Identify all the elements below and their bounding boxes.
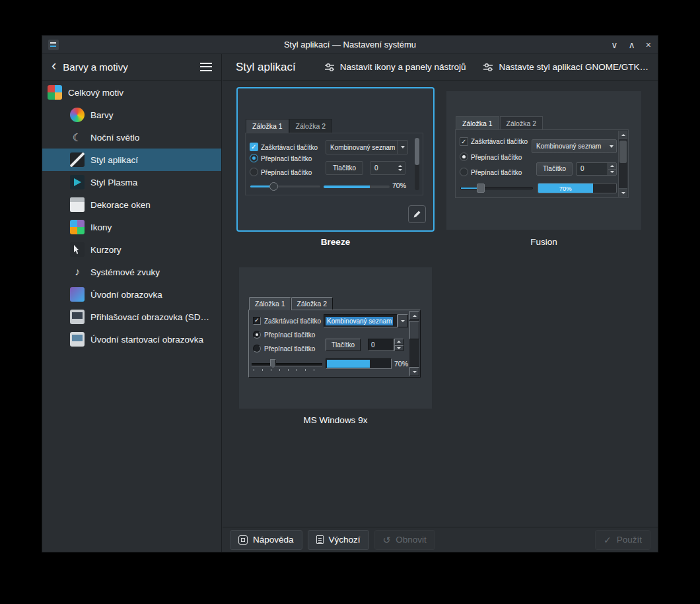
cursors-icon xyxy=(70,242,85,257)
reset-button-label: Obnovit xyxy=(396,535,427,545)
style-name-breeze: Breeze xyxy=(236,237,435,247)
sidebar-header: ‹ Barvy a motivy xyxy=(42,54,221,81)
style-name-fusion: Fusion xyxy=(446,237,641,247)
scroll-up-icon xyxy=(409,311,419,320)
preview-combobox-value: Kombinovaný seznam xyxy=(532,143,607,150)
window-decorations-icon xyxy=(70,197,85,212)
sidebar-item-cursors[interactable]: Kurzory xyxy=(42,238,221,261)
sidebar-item-label: Ikony xyxy=(90,222,112,232)
preview-tab-1: Záložka 1 xyxy=(246,119,289,133)
sidebar-list: Celkový motiv Barvy Noční světlo Styl ap… xyxy=(42,81,221,351)
global-theme-icon xyxy=(48,85,62,100)
sidebar-item-window-decorations[interactable]: Dekorace oken xyxy=(42,193,221,216)
preview-slider xyxy=(252,359,322,371)
main-header: Styl aplikací Nastavit ikony a panely ná… xyxy=(223,54,658,81)
sidebar-item-label: Barvy xyxy=(90,110,114,120)
sidebar-item-night-light[interactable]: Noční světlo xyxy=(42,126,221,149)
preview-scrollbar xyxy=(409,311,419,376)
sidebar-item-label: Systémové zvuky xyxy=(90,267,160,277)
preview-progressbar xyxy=(326,358,392,369)
slider-handle xyxy=(269,182,278,191)
minimize-icon[interactable]: ∨ xyxy=(611,40,617,50)
style-preview-fusion[interactable]: Záložka 1 Záložka 2 Zaškrtávací tlačítko… xyxy=(446,91,641,230)
preview-tab-1: Záložka 1 xyxy=(456,116,499,129)
pencil-icon xyxy=(413,210,421,218)
sidebar-item-application-style[interactable]: Styl aplikací xyxy=(42,149,221,171)
sidebar-item-label: Úvodní obrazovka xyxy=(90,290,162,300)
colors-icon xyxy=(70,108,85,122)
preview-tab-2: Záložka 2 xyxy=(500,116,543,129)
preview-radio2-label: Přepínací tlačítko xyxy=(264,345,315,352)
sidebar-item-login-screen[interactable]: Přihlašovací obrazovka (SD… xyxy=(42,306,221,328)
sidebar-item-colors[interactable]: Barvy xyxy=(42,104,221,126)
preview-spinbox-value: 0 xyxy=(370,164,396,172)
preview-combobox-value: Kombinovaný seznam xyxy=(326,144,397,151)
preview-button: Tlačítko xyxy=(326,161,363,175)
slider-handle xyxy=(270,359,276,368)
sidebar-item-label: Dekorace oken xyxy=(90,200,151,210)
close-icon[interactable]: × xyxy=(646,40,651,50)
preview-spinbox: 0 xyxy=(576,162,617,176)
preview-radio-off xyxy=(253,345,261,352)
system-settings-window: Styl aplikací — Nastavení systému ∨ ∧ × … xyxy=(42,36,658,552)
help-icon xyxy=(238,535,248,545)
spin-arrows-icon xyxy=(396,162,405,174)
night-light-icon xyxy=(70,130,85,145)
titlebar[interactable]: Styl aplikací — Nastavení systému ∨ ∧ × xyxy=(42,36,658,54)
configure-gnome-gtk-style-button[interactable]: Nastavte styl aplikací GNOME/GTK… xyxy=(483,62,648,73)
plasma-style-icon xyxy=(70,175,85,189)
preview-radio-on xyxy=(250,154,258,162)
sidebar-item-label: Styl Plasma xyxy=(90,178,137,187)
preview-combobox: Kombinovaný seznam xyxy=(324,314,408,327)
preview-tabbar: Záložka 1 Záložka 2 xyxy=(456,116,543,129)
sidebar-item-boot-splash[interactable]: Úvodní startovací obrazovka xyxy=(42,328,221,351)
style-name-ms-windows-9x: MS Windows 9x xyxy=(239,415,432,425)
boot-splash-icon xyxy=(70,332,85,347)
reset-button[interactable]: ↺ Obnovit xyxy=(374,530,435,550)
document-icon xyxy=(316,535,324,544)
preview-spinbox-value: 0 xyxy=(368,339,394,351)
sidebar-item-system-sounds[interactable]: Systémové zvuky xyxy=(42,261,221,283)
toolbar-button-label: Nastavte styl aplikací GNOME/GTK… xyxy=(499,62,648,72)
scrollbar-handle xyxy=(409,321,419,339)
maximize-icon[interactable]: ∧ xyxy=(629,40,635,50)
preview-radio1-label: Přepínací tlačítko xyxy=(261,155,312,162)
preview-checkbox xyxy=(250,143,258,151)
back-icon[interactable]: ‹ xyxy=(52,59,56,73)
reset-icon: ↺ xyxy=(383,535,391,545)
preview-checkbox xyxy=(253,317,261,325)
preview-radio-on xyxy=(253,331,261,339)
preview-slider xyxy=(460,187,533,189)
checkmark-icon: ✓ xyxy=(604,535,612,545)
apply-button-label: Použít xyxy=(617,535,642,545)
sidebar-item-splash-screen[interactable]: Úvodní obrazovka xyxy=(42,283,221,306)
sidebar-item-plasma-style[interactable]: Styl Plasma xyxy=(42,171,221,193)
preview-progressbar: 70% xyxy=(538,183,617,193)
defaults-button[interactable]: Výchozí xyxy=(308,530,369,550)
preview-scrollbar xyxy=(415,138,419,190)
sidebar-item-icons[interactable]: Ikony xyxy=(42,216,221,238)
edit-style-button[interactable] xyxy=(408,205,426,223)
preview-tab-2: Záložka 2 xyxy=(289,119,333,133)
style-preview-ms-windows-9x[interactable]: Záložka 1 Záložka 2 Zaškrtávací tlačítko… xyxy=(239,267,432,409)
sidebar-item-global-theme[interactable]: Celkový motiv xyxy=(42,81,221,104)
preview-radio-off xyxy=(460,168,468,176)
scrollbar-handle xyxy=(415,138,419,165)
menu-icon[interactable] xyxy=(200,63,212,71)
sidebar-item-label: Styl aplikací xyxy=(90,155,138,165)
sidebar-title: Barvy a motivy xyxy=(63,61,193,73)
preview-checkbox-label: Zaškrtávací tlačítko xyxy=(261,144,318,151)
chevron-down-icon xyxy=(607,145,616,148)
configure-icons-toolbars-button[interactable]: Nastavit ikony a panely nástrojů xyxy=(324,62,466,73)
help-button[interactable]: Nápověda xyxy=(230,530,302,550)
scrollbar-handle xyxy=(619,141,627,163)
preview-frame: Zaškrtávací tlačítko Kombinovaný seznam … xyxy=(245,133,423,195)
style-preview-breeze[interactable]: Záložka 1 Záložka 2 Zaškrtávací tlačítko… xyxy=(236,87,435,232)
defaults-button-label: Výchozí xyxy=(329,535,361,545)
scroll-down-icon xyxy=(409,367,419,376)
splash-screen-icon xyxy=(70,287,85,302)
spin-arrows-icon xyxy=(608,163,616,175)
apply-button[interactable]: ✓ Použít xyxy=(595,530,650,550)
sidebar-item-label: Noční světlo xyxy=(90,133,139,143)
style-grid: Záložka 1 Záložka 2 Zaškrtávací tlačítko… xyxy=(223,81,658,526)
